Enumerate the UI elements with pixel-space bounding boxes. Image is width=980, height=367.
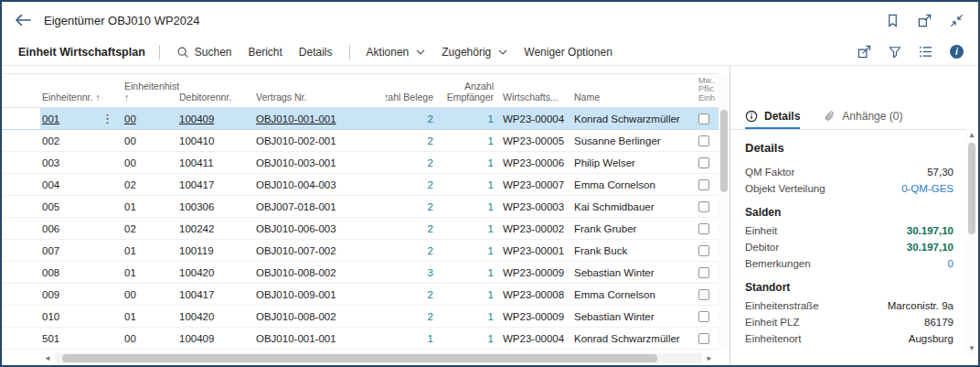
- open-in-new-window-icon[interactable]: [916, 12, 933, 29]
- column-header-name[interactable]: Name: [574, 74, 698, 107]
- cell-wirtschaftsplan: WP23-00006: [503, 152, 574, 173]
- horizontal-scroll-track[interactable]: [55, 353, 702, 363]
- cell-anzahl-belege[interactable]: 2: [386, 240, 442, 261]
- scroll-up-icon[interactable]: ▲: [966, 132, 977, 139]
- column-header-einheitennr[interactable]: Einheitennr. ↑: [42, 74, 124, 107]
- cell-anzahl-belege[interactable]: 2: [386, 152, 442, 173]
- row-gutter: [2, 196, 42, 217]
- weniger-optionen-button[interactable]: Weniger Optionen: [516, 42, 621, 62]
- table-row[interactable]: 00900100417OBJ010-009-00121WP23-00008Emm…: [2, 284, 719, 306]
- column-header-anzahl-belege[interactable]: Anzahl Belege: [386, 74, 442, 107]
- cell-anzahl-empfaenger[interactable]: 1: [442, 108, 503, 129]
- row-kebab-icon[interactable]: ⋮: [100, 113, 115, 124]
- cell-text: 2: [428, 113, 433, 124]
- mwst-checkbox[interactable]: [698, 157, 709, 168]
- table-scroll-thumb[interactable]: [720, 110, 728, 192]
- table-row[interactable]: 001⋮00100409OBJ010-001-00121WP23-00004Ko…: [2, 108, 719, 130]
- details-button[interactable]: Details: [291, 42, 341, 62]
- cell-anzahl-belege[interactable]: 2: [386, 174, 442, 195]
- table-row[interactable]: 00300100411OBJ010-003-00121WP23-00006Phi…: [2, 152, 719, 174]
- cell-name: Philip Welser: [574, 152, 698, 173]
- mwst-checkbox[interactable]: [698, 267, 709, 278]
- cell-anzahl-empfaenger[interactable]: 1: [442, 284, 503, 305]
- field-value[interactable]: 0: [948, 258, 953, 269]
- cell-anzahl-belege[interactable]: 2: [386, 196, 442, 217]
- zugehoerig-menu[interactable]: Zugehörig: [433, 42, 516, 62]
- collapse-icon[interactable]: [948, 12, 965, 29]
- table-row[interactable]: 00801100420OBJ010-008-00231WP23-00009Seb…: [2, 262, 719, 284]
- cell-anzahl-empfaenger[interactable]: 1: [442, 196, 503, 217]
- bookmark-icon[interactable]: [884, 12, 901, 29]
- table-row[interactable]: 50100100409OBJ010-001-00111WP23-00004Kon…: [2, 328, 719, 350]
- info-icon[interactable]: i: [948, 43, 965, 60]
- column-header-wirtschaftsplan[interactable]: Wirtschafts...: [503, 74, 574, 107]
- horizontal-scroll-thumb[interactable]: [62, 354, 657, 362]
- list-view-icon[interactable]: [917, 44, 934, 59]
- cell-anzahl-empfaenger[interactable]: 1: [442, 218, 503, 239]
- mwst-checkbox[interactable]: [698, 333, 709, 344]
- cell-mwst-pflicht-einheit: [698, 328, 715, 349]
- cell-anzahl-belege[interactable]: 2: [386, 108, 442, 129]
- column-header-debitorennr[interactable]: Debitorennr.: [179, 74, 256, 107]
- scroll-down-icon[interactable]: ▼: [966, 345, 977, 352]
- mwst-checkbox[interactable]: [698, 201, 709, 212]
- cell-wirtschaftsplan: WP23-00002: [503, 218, 574, 239]
- row-gutter: [2, 218, 42, 239]
- mwst-checkbox[interactable]: [698, 311, 709, 322]
- table-row[interactable]: 00200100410OBJ010-002-00121WP23-00005Sus…: [2, 130, 719, 152]
- field-value[interactable]: 30.197,10: [907, 225, 953, 236]
- mwst-checkbox[interactable]: [698, 223, 709, 234]
- share-icon[interactable]: [856, 43, 873, 60]
- mwst-checkbox[interactable]: [698, 245, 709, 256]
- bericht-button[interactable]: Bericht: [240, 42, 291, 62]
- cell-text: WP23-00009: [503, 267, 564, 278]
- field-value[interactable]: 30.197,10: [907, 242, 953, 253]
- search-button[interactable]: Suchen: [168, 42, 240, 62]
- aktionen-menu[interactable]: Aktionen: [358, 42, 434, 62]
- field-value[interactable]: 0-QM-GES: [901, 183, 953, 194]
- column-header-mwst-pflicht-einheit[interactable]: Mw...Pflic...Einh...: [698, 74, 715, 107]
- tab-details[interactable]: Details: [745, 103, 800, 129]
- cell-anzahl-empfaenger[interactable]: 1: [442, 306, 503, 327]
- scroll-left-icon[interactable]: ◄: [42, 355, 53, 362]
- cell-anzahl-belege[interactable]: 2: [386, 306, 442, 327]
- table-row[interactable]: 00402100417OBJ010-004-00321WP23-00007Emm…: [2, 174, 719, 196]
- table-row[interactable]: 00501100306OBJ007-018-00121WP23-00003Kai…: [2, 196, 719, 218]
- table-row[interactable]: 01001100420OBJ010-008-00221WP23-00009Seb…: [2, 306, 719, 328]
- cell-anzahl-belege[interactable]: 3: [386, 262, 442, 283]
- mwst-checkbox[interactable]: [698, 135, 709, 146]
- horizontal-scrollbar[interactable]: ◄ ►: [42, 352, 715, 364]
- scroll-right-icon[interactable]: ►: [704, 355, 715, 362]
- column-header-einheitenhist[interactable]: Einheitenhist...↑: [124, 74, 179, 107]
- factbox-vertical-scrollbar[interactable]: ▲ ▼: [966, 130, 977, 354]
- mwst-checkbox[interactable]: [698, 113, 709, 124]
- mwst-checkbox[interactable]: [698, 289, 709, 300]
- cell-text: 00: [124, 113, 136, 124]
- cell-anzahl-empfaenger[interactable]: 1: [442, 174, 503, 195]
- cell-anzahl-belege[interactable]: 1: [386, 328, 442, 349]
- filter-icon[interactable]: [887, 44, 903, 60]
- cell-vertragsnr: OBJ007-018-001: [256, 196, 386, 217]
- table-row[interactable]: 00602100242OBJ010-006-00321WP23-00002Fra…: [2, 218, 719, 240]
- back-button[interactable]: [13, 12, 33, 28]
- cell-anzahl-belege[interactable]: 2: [386, 284, 442, 305]
- table-vertical-scrollbar[interactable]: [719, 75, 730, 349]
- column-header-vertragsnr[interactable]: Vertrags Nr.: [256, 74, 386, 107]
- cell-text: 1: [488, 245, 494, 256]
- cell-anzahl-empfaenger[interactable]: 1: [442, 130, 503, 151]
- factbox-scroll-thumb[interactable]: [968, 143, 975, 234]
- table-row[interactable]: 00701100119OBJ010-007-00221WP23-00001Fra…: [2, 240, 719, 262]
- cell-anzahl-empfaenger[interactable]: 1: [442, 262, 503, 283]
- mwst-checkbox[interactable]: [698, 179, 709, 190]
- cell-anzahl-empfaenger[interactable]: 1: [442, 328, 503, 349]
- tab-anhaenge[interactable]: Anhänge (0): [824, 103, 902, 129]
- grid-header-row: Einheitennr. ↑Einheitenhist...↑Debitoren…: [2, 73, 719, 108]
- cell-anzahl-empfaenger[interactable]: 1: [442, 152, 503, 173]
- cell-anzahl-belege[interactable]: 2: [386, 218, 442, 239]
- cell-vertragsnr: OBJ010-004-003: [256, 174, 386, 195]
- cell-vertragsnr: OBJ010-009-001: [256, 284, 386, 305]
- cell-einheitennr: 010: [42, 306, 124, 327]
- cell-anzahl-empfaenger[interactable]: 1: [442, 240, 503, 261]
- column-header-anzahl-empfaenger[interactable]: AnzahlEmpfänger: [442, 74, 503, 107]
- cell-anzahl-belege[interactable]: 2: [386, 130, 442, 151]
